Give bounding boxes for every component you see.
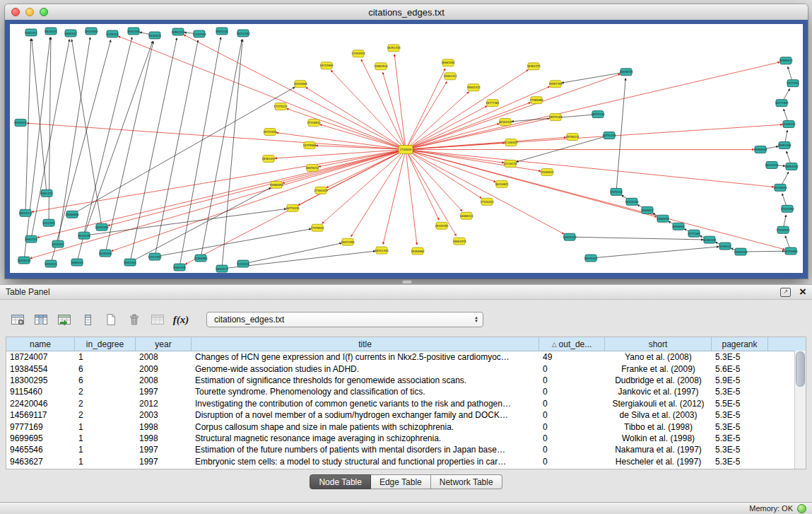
graph-node[interactable]: 16416621 xyxy=(495,180,509,187)
citation-edge-red[interactable] xyxy=(108,149,406,225)
graph-node[interactable]: 8901233 xyxy=(25,235,37,243)
citation-edge[interactable] xyxy=(562,72,626,83)
citation-edge-red[interactable] xyxy=(394,54,406,150)
zoom-window-button[interactable] xyxy=(40,8,48,16)
graph-node[interactable]: 9661323 xyxy=(41,189,53,197)
graph-node[interactable]: 10239104 xyxy=(625,198,639,205)
graph-node[interactable]: 14345433 xyxy=(782,121,796,128)
graph-node[interactable]: 15854575 xyxy=(452,238,466,245)
graph-node[interactable]: 15456862 xyxy=(411,247,425,255)
graph-node[interactable]: 11242534 xyxy=(192,30,206,37)
citation-edge[interactable] xyxy=(25,39,31,213)
close-panel-icon[interactable]: × xyxy=(799,287,806,297)
column-header-short[interactable]: short xyxy=(605,337,712,351)
graph-node[interactable]: 12046512 xyxy=(540,168,554,175)
column-header-name[interactable]: name xyxy=(6,337,75,351)
graph-node[interactable]: 9313324 xyxy=(43,219,55,226)
graph-node[interactable]: 10515313 xyxy=(18,209,33,216)
citation-edge[interactable] xyxy=(130,188,271,262)
graph-node[interactable]: 10273403 xyxy=(775,100,789,107)
graph-node[interactable]: 8254631 xyxy=(15,119,27,127)
table-row[interactable]: 911546021997Tourette syndrome. Phenomeno… xyxy=(6,386,806,397)
citation-edge-red[interactable] xyxy=(406,62,779,150)
graph-node[interactable]: 16251334 xyxy=(387,45,401,52)
table-row[interactable]: 1872400712008Changes of HCN gene express… xyxy=(6,351,806,363)
table-row[interactable]: 1938455462009Genome-wide association stu… xyxy=(6,363,806,374)
citation-edge-red[interactable] xyxy=(406,149,504,163)
graph-node[interactable]: 18381273 xyxy=(526,63,541,70)
citation-edge[interactable] xyxy=(591,247,719,258)
citation-edge-red[interactable] xyxy=(112,149,406,251)
graph-node[interactable]: 16945422 xyxy=(563,233,577,240)
graph-node[interactable]: 17485083 xyxy=(529,97,543,104)
single-column-icon[interactable] xyxy=(78,311,97,328)
graph-node[interactable]: 19086053 xyxy=(269,181,283,188)
graph-node[interactable]: 9905344 xyxy=(71,259,83,266)
citation-edge-red[interactable] xyxy=(406,81,447,149)
graph-node[interactable]: 9553103 xyxy=(124,259,136,266)
graph-node[interactable]: 15953344 xyxy=(777,142,792,149)
citation-edge-red[interactable] xyxy=(283,149,406,182)
merge-table-icon[interactable] xyxy=(148,311,167,328)
graph-node[interactable]: 9153244 xyxy=(237,260,249,267)
table-row[interactable]: 969969511998Structural magnetic resonanc… xyxy=(6,433,806,444)
citation-edge-red[interactable] xyxy=(319,149,406,166)
import-table-icon[interactable] xyxy=(55,311,73,328)
graph-node[interactable]: 17030514 xyxy=(776,226,790,233)
citation-edge[interactable] xyxy=(105,42,153,253)
table-row[interactable]: 1830029562008Estimation of significance … xyxy=(6,375,806,386)
graph-node[interactable]: 10425344 xyxy=(95,223,109,230)
citation-edge-red[interactable] xyxy=(361,59,406,150)
graph-node[interactable]: 9553144 xyxy=(216,28,228,35)
graph-node[interactable]: 9663012 xyxy=(216,265,228,272)
graph-node[interactable]: 17978533 xyxy=(310,224,324,231)
graph-node[interactable]: 16770333 xyxy=(286,204,300,211)
scrollbar-thumb[interactable] xyxy=(796,351,805,387)
graph-node[interactable]: 15958344 xyxy=(753,146,767,153)
graph-node[interactable]: 1724045 xyxy=(399,146,413,154)
graph-node[interactable]: 21260550 xyxy=(194,255,208,262)
graph-node[interactable]: 9465546 xyxy=(657,215,669,222)
graph-node[interactable]: 19557195 xyxy=(548,81,563,88)
citation-edge-red[interactable] xyxy=(383,149,406,244)
citation-edge-red[interactable] xyxy=(275,149,406,158)
citation-edge-red[interactable] xyxy=(406,149,456,235)
graph-node[interactable]: 12103454 xyxy=(780,205,794,212)
column-header-in_degree[interactable]: in_degree xyxy=(75,337,136,351)
table-row[interactable]: 1456911722003Disruption of a novel membe… xyxy=(6,409,806,421)
float-panel-icon[interactable]: ↗ xyxy=(780,288,791,297)
tab-node-table[interactable]: Node Table xyxy=(310,474,371,489)
delete-table-icon[interactable] xyxy=(125,311,143,328)
graph-node[interactable]: 10434534 xyxy=(84,28,98,35)
column-header-year[interactable]: year xyxy=(136,337,192,351)
graph-node[interactable]: 12254534 xyxy=(351,50,365,57)
graph-node[interactable]: 10906442 xyxy=(734,248,748,255)
graph-node[interactable]: 16791224 xyxy=(602,132,616,139)
table-vertical-scrollbar[interactable] xyxy=(794,351,806,469)
panel-divider[interactable] xyxy=(0,279,812,284)
graph-node[interactable]: 19586014 xyxy=(779,57,793,64)
window-titlebar[interactable]: citations_edges.txt xyxy=(5,4,808,21)
new-table-icon[interactable] xyxy=(102,311,120,328)
citation-edge-red[interactable] xyxy=(406,70,528,150)
table-row[interactable]: 977716911998Corpus callosum shape and si… xyxy=(6,421,806,432)
tab-edge-table[interactable]: Edge Table xyxy=(371,474,431,489)
graph-node[interactable]: 18122600 xyxy=(319,62,334,69)
graph-node[interactable]: 10165342 xyxy=(98,250,112,257)
graph-node[interactable]: 16854244 xyxy=(784,163,799,170)
graph-node[interactable]: 9361341 xyxy=(25,29,37,36)
graph-node[interactable]: 16777461 xyxy=(486,100,500,107)
citation-edge[interactable] xyxy=(32,39,47,193)
citation-edge-red[interactable] xyxy=(320,124,406,149)
citation-edge[interactable] xyxy=(570,237,703,240)
graph-node[interactable]: 17318812 xyxy=(307,119,321,127)
table-row[interactable]: 946554611997Estimation of the future num… xyxy=(6,444,806,455)
graph-node[interactable]: 9463627 xyxy=(642,206,654,214)
graph-node[interactable]: 9963155 xyxy=(174,264,186,271)
graph-node[interactable]: 9699695 xyxy=(673,223,685,230)
column-header-title[interactable]: title xyxy=(192,337,539,351)
close-window-button[interactable] xyxy=(11,8,20,16)
graph-node[interactable]: 11013423 xyxy=(148,253,162,260)
citation-edge-red[interactable] xyxy=(406,149,417,245)
graph-node[interactable]: 17275213 xyxy=(273,103,288,110)
